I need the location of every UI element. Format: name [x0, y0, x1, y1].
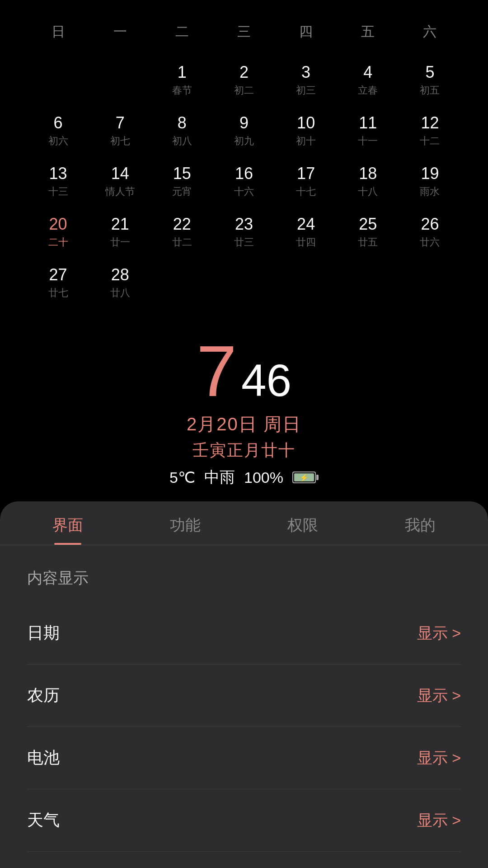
day-number: 13 [49, 164, 67, 183]
lunar-day: 廿一 [110, 236, 130, 249]
lunar-day: 十八 [358, 185, 378, 198]
settings-item-label: 日期 [27, 622, 60, 644]
weekday-header: 二 [151, 18, 213, 46]
day-number: 9 [239, 113, 249, 132]
calendar-day[interactable]: 2初二 [213, 55, 275, 105]
lunar-day: 初三 [296, 84, 316, 97]
day-number: 16 [235, 164, 253, 183]
calendar-day[interactable]: 14情人节 [89, 156, 151, 207]
day-number: 2 [239, 63, 249, 82]
calendar-day[interactable]: 11十一 [337, 105, 399, 156]
settings-list: 日期显示 >农历显示 >电池显示 >天气显示 >计步关闭 > [27, 602, 461, 868]
day-number: 25 [359, 215, 377, 234]
settings-content: 内容显示 日期显示 >农历显示 >电池显示 >天气显示 >计步关闭 > [0, 545, 488, 868]
tab-permissions[interactable]: 权限 [244, 501, 361, 545]
weather-desc: 中雨 [204, 467, 235, 488]
calendar-day[interactable]: 27廿七 [27, 257, 89, 308]
date-line: 2月20日 周日 [187, 412, 301, 437]
settings-item[interactable]: 日期显示 > [27, 602, 461, 665]
calendar-day [89, 55, 151, 105]
calendar-day[interactable]: 6初六 [27, 105, 89, 156]
lunar-day: 雨水 [420, 185, 440, 198]
time-hour: 7 [197, 335, 237, 407]
lunar-day: 十二 [420, 134, 440, 148]
lunar-day: 十七 [296, 185, 316, 198]
calendar-day[interactable]: 1春节 [151, 55, 213, 105]
day-number: 10 [297, 113, 315, 132]
tabs: 界面 功能 权限 我的 [0, 501, 488, 545]
weekday-header: 三 [213, 18, 275, 46]
lunar-day: 十三 [48, 185, 68, 198]
calendar-header: 日一二三四五六 [27, 18, 461, 46]
calendar-day[interactable]: 21廿一 [89, 207, 151, 257]
calendar-day[interactable]: 18十八 [337, 156, 399, 207]
calendar-day[interactable]: 4立春 [337, 55, 399, 105]
clock-section: 7 46 2月20日 周日 壬寅正月廿十 5℃ 中雨 100% ⚡ [0, 317, 488, 501]
lunar-day: 情人节 [105, 185, 135, 198]
settings-item-label: 电池 [27, 747, 60, 769]
calendar-day[interactable]: 8初八 [151, 105, 213, 156]
day-number: 21 [111, 215, 129, 234]
calendar-day[interactable]: 17十七 [275, 156, 337, 207]
temperature: 5℃ [169, 468, 195, 486]
settings-item-label: 农历 [27, 684, 60, 707]
time-minute: 46 [241, 358, 291, 403]
calendar-day[interactable]: 5初五 [399, 55, 461, 105]
weekday-header: 日 [27, 18, 89, 46]
tab-interface[interactable]: 界面 [9, 501, 127, 545]
calendar-day[interactable]: 12十二 [399, 105, 461, 156]
day-number: 20 [49, 215, 67, 234]
lunar-day: 廿八 [110, 286, 130, 300]
calendar-day[interactable]: 13十三 [27, 156, 89, 207]
lunar-day: 元宵 [172, 185, 192, 198]
battery-icon: ⚡ [292, 472, 319, 483]
settings-item-value: 显示 > [417, 748, 461, 769]
weather-line: 5℃ 中雨 100% ⚡ [169, 467, 319, 488]
day-number: 4 [363, 63, 372, 82]
tab-function-label: 功能 [170, 515, 201, 536]
settings-item[interactable]: 计步关闭 > [27, 852, 461, 868]
tab-function[interactable]: 功能 [127, 501, 244, 545]
calendar-day[interactable]: 15元宵 [151, 156, 213, 207]
lunar-day: 初八 [172, 134, 192, 148]
calendar-day[interactable]: 25廿五 [337, 207, 399, 257]
lunar-day: 初七 [110, 134, 130, 148]
settings-item[interactable]: 天气显示 > [27, 789, 461, 852]
calendar-day[interactable]: 23廿三 [213, 207, 275, 257]
tab-permissions-label: 权限 [287, 515, 318, 536]
calendar-day [27, 55, 89, 105]
tab-mine[interactable]: 我的 [361, 501, 479, 545]
lunar-day: 初十 [296, 134, 316, 148]
day-number: 18 [359, 164, 377, 183]
time-display: 7 46 [197, 335, 291, 407]
lunar-day: 廿二 [172, 236, 192, 249]
calendar-day[interactable]: 20二十 [27, 207, 89, 257]
settings-item[interactable]: 农历显示 > [27, 665, 461, 727]
calendar-day[interactable]: 9初九 [213, 105, 275, 156]
calendar-day[interactable]: 28廿八 [89, 257, 151, 308]
settings-item-value: 显示 > [417, 685, 461, 706]
weekday-header: 四 [275, 18, 337, 46]
lunar-day: 廿五 [358, 236, 378, 249]
calendar-day[interactable]: 22廿二 [151, 207, 213, 257]
calendar-day[interactable]: 16十六 [213, 156, 275, 207]
day-number: 27 [49, 265, 67, 284]
calendar-day[interactable]: 26廿六 [399, 207, 461, 257]
calendar-day[interactable]: 19雨水 [399, 156, 461, 207]
lunar-day: 廿四 [296, 236, 316, 249]
day-number: 12 [421, 113, 439, 132]
calendar-day[interactable]: 7初七 [89, 105, 151, 156]
day-number: 22 [173, 215, 191, 234]
day-number: 7 [116, 113, 125, 132]
lunar-day: 初六 [48, 134, 68, 148]
day-number: 24 [297, 215, 315, 234]
calendar-day[interactable]: 10初十 [275, 105, 337, 156]
lunar-date-line: 壬寅正月廿十 [192, 439, 296, 462]
lunar-day: 廿七 [48, 286, 68, 300]
calendar-day[interactable]: 24廿四 [275, 207, 337, 257]
calendar-day[interactable]: 3初三 [275, 55, 337, 105]
day-number: 1 [178, 63, 187, 82]
lunar-day: 初九 [234, 134, 254, 148]
day-number: 15 [173, 164, 191, 183]
settings-item[interactable]: 电池显示 > [27, 727, 461, 789]
